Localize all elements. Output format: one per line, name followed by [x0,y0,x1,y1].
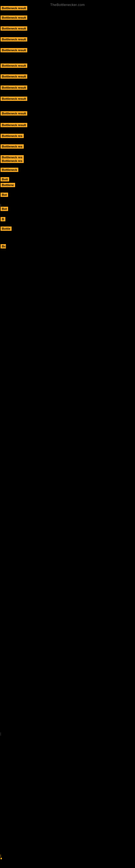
bottleneck-badge-23: Bc [1,244,6,248]
bottleneck-badge-5: Bottleneck result [1,48,27,52]
bottleneck-badge-2: Bottleneck result [1,16,27,20]
bottleneck-badge-21: B [1,217,5,221]
bottleneck-badge-15: Bottleneck res [1,159,24,163]
bottleneck-badge-18: Bottlene [1,183,15,187]
bottleneck-badge-12: Bottleneck res [1,134,24,138]
bottleneck-badge-3: Bottleneck result [1,26,27,31]
bottleneck-badge-22: Bottle [1,226,12,231]
bottleneck-badge-1: Bottleneck result [1,6,27,10]
bottleneck-badge-17: Bott [1,177,9,182]
bottleneck-badge-10: Bottleneck result [1,111,27,116]
orange-mark-bottom [1,858,2,859]
site-header: TheBottlenecker.com Bottleneck result Bo… [0,0,135,868]
bottleneck-badge-13: Bottleneck res [1,144,24,149]
bottleneck-badge-11: Bottleneck result [1,123,27,127]
bottleneck-badge-8: Bottleneck result [1,86,27,90]
bottleneck-badge-19: Bot [1,193,8,197]
bottleneck-badge-7: Bottleneck result [1,74,27,79]
bottleneck-badge-20: Bot [1,207,8,211]
bottleneck-badge-6: Bottleneck result [1,63,27,68]
bottleneck-badge-9: Bottleneck result [1,97,27,101]
bottleneck-badge-16: Bottleneck [1,167,18,172]
bottleneck-badge-4: Bottleneck result [1,37,27,41]
